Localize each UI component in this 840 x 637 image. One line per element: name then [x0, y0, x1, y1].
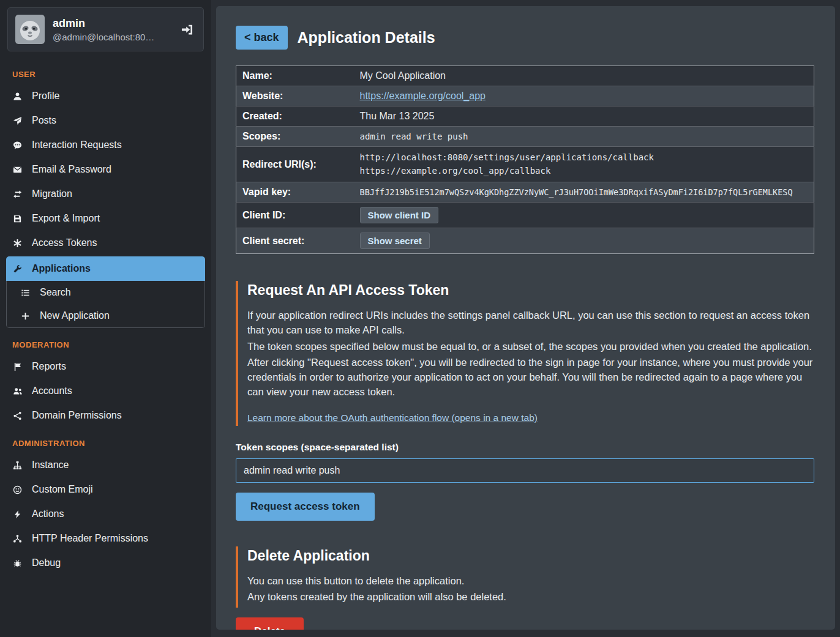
sidebar-item-label: Search — [40, 287, 71, 298]
field-label: Name: — [236, 66, 354, 86]
smile-icon — [12, 485, 23, 494]
network-icon — [12, 534, 23, 543]
field-label: Website: — [236, 86, 354, 106]
sign-out-icon — [181, 23, 193, 36]
token-section-paragraph: The token scopes specified below must be… — [247, 339, 814, 354]
user-handle: @admin@localhost:80… — [53, 32, 154, 42]
sidebar-item-reports[interactable]: Reports — [0, 354, 211, 379]
token-scopes-input[interactable] — [236, 458, 814, 483]
table-row-website: Website: https://example.org/cool_app — [236, 86, 814, 106]
field-value: BBJffJ219b5iE512m7wQSzv4KgKDhgZZVzNyWC_r… — [354, 182, 814, 203]
delete-button[interactable]: Delete — [236, 617, 304, 630]
sidebar-nav-moderation: Reports Accounts Domain Permissions — [0, 354, 211, 428]
sidebar-item-label: Accounts — [32, 386, 72, 397]
users-icon — [12, 387, 23, 396]
back-button[interactable]: < back — [236, 26, 288, 50]
main-content: < back Application Details Name: My Cool… — [216, 6, 835, 630]
sidebar-item-profile[interactable]: Profile — [0, 84, 211, 108]
sidebar-item-label: Interaction Requests — [32, 140, 122, 151]
sidebar-item-custom-emoji[interactable]: Custom Emoji — [0, 477, 211, 502]
sidebar-item-migration[interactable]: Migration — [0, 182, 211, 206]
sidebar-item-http-header-permissions[interactable]: HTTP Header Permissions — [0, 526, 211, 551]
sidebar-item-export-import[interactable]: Export & Import — [0, 206, 211, 231]
show-secret-button[interactable]: Show secret — [360, 233, 430, 249]
field-value: Thu Mar 13 2025 — [354, 106, 814, 127]
username: admin — [53, 17, 154, 30]
field-value: admin read write push — [354, 127, 814, 147]
sitemap-icon — [12, 461, 23, 470]
sidebar-item-applications[interactable]: Applications — [6, 256, 205, 281]
table-row-vapid-key: Vapid key: BBJffJ219b5iE512m7wQSzv4KgKDh… — [236, 182, 814, 203]
flag-icon — [12, 362, 23, 371]
sidebar-item-new-application[interactable]: New Application — [7, 304, 204, 327]
sidebar-item-label: New Application — [40, 310, 110, 321]
sidebar-item-interaction-requests[interactable]: Interaction Requests — [0, 133, 211, 157]
request-access-token-button[interactable]: Request access token — [236, 493, 375, 521]
plus-icon — [20, 311, 31, 321]
envelope-icon — [12, 165, 23, 174]
field-label: Client secret: — [236, 228, 354, 254]
sidebar-item-email-password[interactable]: Email & Password — [0, 157, 211, 182]
page-header: < back Application Details — [236, 26, 814, 50]
field-label: Vapid key: — [236, 182, 354, 203]
applications-submenu: Search New Application — [6, 281, 205, 328]
sidebar-item-label: Profile — [32, 91, 59, 102]
sidebar-nav-user: Profile Posts Interaction Requests Email… — [0, 84, 211, 255]
logout-button[interactable] — [178, 21, 196, 39]
redirect-uri-2: https://example.org/cool_app/callback — [360, 165, 808, 178]
sidebar-item-instance[interactable]: Instance — [0, 453, 211, 477]
bug-icon — [12, 559, 23, 568]
token-section-title: Request An API Access Token — [247, 282, 814, 299]
floppy-icon — [12, 214, 23, 223]
sidebar-item-label: Email & Password — [32, 164, 111, 175]
migration-arrows-icon — [12, 190, 23, 199]
comment-dots-icon — [12, 141, 23, 150]
token-request-section: Request An API Access Token If your appl… — [236, 281, 814, 425]
sidebar-item-debug[interactable]: Debug — [0, 551, 211, 575]
delete-section-line: You can use this button to delete the ap… — [247, 573, 814, 588]
table-row-redirect-uris: Redirect URI(s): http://localhost:8080/s… — [236, 147, 814, 182]
sidebar-item-label: Access Tokens — [32, 237, 97, 248]
table-row-client-id: Client ID: Show client ID — [236, 203, 814, 228]
sidebar-item-accounts[interactable]: Accounts — [0, 379, 211, 403]
website-link[interactable]: https://example.org/cool_app — [360, 91, 486, 101]
token-scopes-label: Token scopes (space-separated list) — [236, 442, 814, 453]
sidebar-item-label: Export & Import — [32, 213, 100, 224]
paper-plane-icon — [12, 116, 23, 125]
sidebar-item-label: Applications — [32, 263, 91, 274]
sidebar-nav-administration: Instance Custom Emoji Actions HTTP Heade… — [0, 453, 211, 575]
sidebar-item-label: HTTP Header Permissions — [32, 533, 148, 544]
avatar — [15, 15, 45, 44]
sidebar-item-label: Migration — [32, 188, 72, 199]
table-row-scopes: Scopes: admin read write push — [236, 127, 814, 147]
table-row-created: Created: Thu Mar 13 2025 — [236, 106, 814, 127]
user-meta: admin @admin@localhost:80… — [53, 17, 154, 42]
field-label: Created: — [236, 106, 354, 127]
section-label-moderation: MODERATION — [0, 329, 211, 354]
delete-application-section: Delete Application You can use this butt… — [236, 546, 814, 608]
table-row-client-secret: Client secret: Show secret — [236, 228, 814, 254]
application-details-table: Name: My Cool Application Website: https… — [236, 65, 814, 254]
sidebar-item-access-tokens[interactable]: Access Tokens — [0, 231, 211, 255]
field-value: My Cool Application — [354, 66, 814, 86]
sidebar-item-applications-search[interactable]: Search — [7, 281, 204, 304]
sidebar-item-posts[interactable]: Posts — [0, 108, 211, 133]
oauth-docs-link[interactable]: Learn more about the OAuth authenticatio… — [247, 412, 538, 423]
sidebar-item-label: Instance — [32, 460, 69, 471]
page-title: Application Details — [298, 29, 435, 47]
share-nodes-icon — [12, 411, 23, 420]
field-label: Scopes: — [236, 127, 354, 147]
user-card[interactable]: admin @admin@localhost:80… — [7, 7, 204, 51]
sidebar-item-domain-permissions[interactable]: Domain Permissions — [0, 403, 211, 428]
delete-section-title: Delete Application — [247, 548, 814, 564]
token-section-paragraph: After clicking "Request access token", y… — [247, 355, 814, 399]
bolt-icon — [12, 510, 23, 519]
sidebar-item-actions[interactable]: Actions — [0, 502, 211, 526]
field-label: Redirect URI(s): — [236, 147, 354, 182]
applications-group: Applications Search New Application — [6, 256, 205, 328]
show-client-id-button[interactable]: Show client ID — [360, 207, 439, 223]
sidebar-item-label: Reports — [32, 361, 66, 372]
section-label-user: USER — [0, 59, 211, 84]
table-row-name: Name: My Cool Application — [236, 66, 814, 86]
tools-icon — [12, 264, 23, 274]
